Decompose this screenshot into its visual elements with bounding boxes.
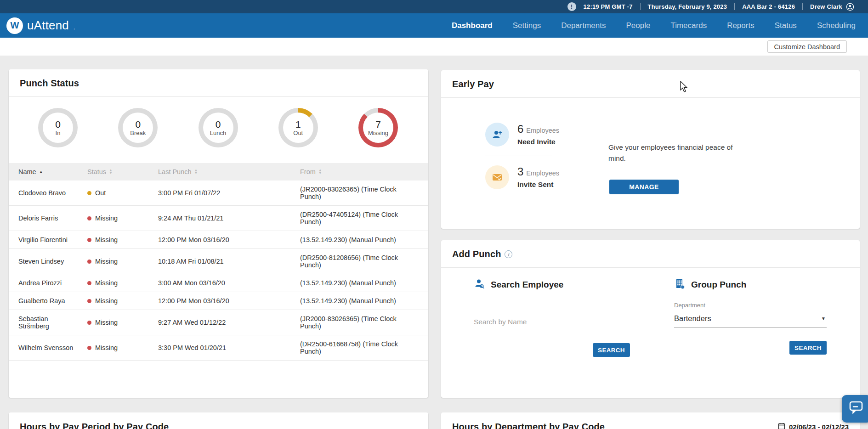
date-range-picker[interactable]: 02/06/23 - 02/12/23 [778,423,849,429]
department-select[interactable]: Bartenders ▼ [674,313,827,327]
early-pay-body: 6 Employees Need Invite [441,98,860,194]
cell-status: Out [87,184,158,202]
department-label: Department [674,302,860,309]
group-punch-search-button[interactable]: SEARCH [789,341,827,355]
column-header-last-punch[interactable]: Last Punch ▲▼ [158,163,300,181]
status-dot [87,299,91,303]
cell-from: (13.52.149.230) (Manual Punch) [300,292,428,310]
punch-status-title: Punch Status [20,78,79,89]
add-punch-header: Add Punch i [441,240,860,268]
search-employee-input[interactable] [474,316,630,330]
table-row[interactable]: Deloris Farris Missing 9:24 AM Thu 01/21… [9,206,428,231]
cell-name: Gualberto Raya [18,292,87,310]
cell-last-punch: 3:00 AM Mon 03/16/20 [158,274,300,292]
group-punch-title: Group Punch [691,280,746,290]
cell-last-punch: 9:24 AM Thu 01/21/21 [158,209,300,227]
search-employee-button[interactable]: SEARCH [593,343,630,357]
status-dot [87,281,91,285]
sort-icon: ▲▼ [194,169,198,175]
punch-donut: 7 Missing [358,108,398,147]
uattend-logo[interactable]: W uAttend . [6,17,75,34]
calendar-icon [778,423,785,429]
table-row[interactable]: Gualberto Raya Missing 12:00 PM Mon 03/1… [9,292,428,310]
cell-from: (DR2500-81208656) (Time Clock Punch) [300,249,428,274]
user-profile-icon [846,3,854,11]
sort-icon: ▲▼ [318,169,322,175]
date-range-text: 02/06/23 - 02/12/23 [789,423,849,429]
status-dot [87,191,91,195]
cell-status: Missing [87,292,158,310]
status-text: Missing [95,258,118,265]
column-header-from[interactable]: From ▲▼ [300,163,428,181]
invite-sent-count: 3 [517,165,523,178]
left-column: Punch Status 0 In 0 Break [9,69,428,429]
status-dot [87,260,91,264]
nav-item[interactable]: Reports [727,21,755,30]
nav-item[interactable]: Scheduling [817,21,856,30]
early-pay-promo: Give your employees financial peace of m… [608,123,760,194]
nav-item[interactable]: Departments [561,21,606,30]
donut-label: Out [293,130,303,136]
punch-status-header: Punch Status [9,69,428,97]
donut-label: Missing [368,130,388,136]
nav-item[interactable]: Dashboard [452,21,493,30]
punch-donut: 0 Lunch [199,108,238,147]
cell-last-punch: 9:27 AM Wed 01/12/22 [158,314,300,331]
cell-name: Clodoveo Bravo [18,184,87,202]
early-pay-title: Early Pay [452,79,494,90]
nav-item[interactable]: Status [775,21,797,30]
cell-last-punch: 3:00 PM Fri 01/07/22 [158,184,300,202]
invite-sent-unit: Employees [526,169,559,177]
manage-button[interactable]: MANAGE [609,180,679,194]
nav-item[interactable]: Timecards [670,21,707,30]
account-name[interactable]: AAA Bar 2 - 64126 [735,3,802,10]
table-row[interactable]: Andrea Pirozzi Missing 3:00 AM Mon 03/16… [9,274,428,292]
cell-status: Missing [87,253,158,270]
donut-value: 0 [135,119,141,130]
column-header-name[interactable]: Name ▲ [18,163,87,181]
nav-item[interactable]: People [626,21,650,30]
column-header-status[interactable]: Status ▲▼ [87,163,158,181]
hours-by-department-title: Hours by Department by Pay Code [452,422,605,429]
section-divider [649,274,649,370]
person-search-icon [474,278,485,291]
table-row[interactable]: Wilhelm Svensson Missing 3:30 PM Wed 01/… [9,335,428,361]
customize-dashboard-button[interactable]: Customize Dashboard [767,40,847,53]
chevron-down-icon: ▼ [821,316,826,321]
donut-label: In [56,130,61,136]
status-text: Missing [95,344,118,351]
donut-value: 0 [55,119,61,130]
need-invite-count: 6 [517,123,523,135]
status-text: Missing [95,236,118,243]
table-row[interactable]: Virgilio Fiorentini Missing 12:00 PM Mon… [9,231,428,249]
status-text: Missing [95,297,118,305]
group-punch-section: Group Punch Department Bartenders ▼ SEAR… [649,278,860,357]
donut-value: 1 [295,119,301,130]
cell-name: Virgilio Fiorentini [18,231,87,248]
info-icon[interactable]: i [505,250,512,258]
sort-icon: ▲▼ [109,169,113,175]
add-punch-card: Add Punch i Search Employee SEARCH [441,240,860,398]
cell-status: Missing [87,274,158,292]
department-value: Bartenders [674,314,711,323]
donut-value: 7 [375,119,381,130]
user-menu[interactable]: Drew Clark [803,3,862,11]
nav-item[interactable]: Settings [513,21,541,30]
table-row[interactable]: Steven Lindsey Missing 10:18 AM Fri 01/0… [9,249,428,274]
top-utility-bar: ! 12:19 PM GMT -7 Thursday, February 9, … [0,0,868,13]
cell-status: Missing [87,209,158,227]
cell-status: Missing [87,339,158,356]
punch-donut: 1 Out [278,108,318,147]
need-invite-label: Need Invite [517,138,559,146]
cell-from: (13.52.149.230) (Manual Punch) [300,274,428,292]
right-column: Early Pay 6 Employees Need Invite [441,70,860,429]
table-row[interactable]: Clodoveo Bravo Out 3:00 PM Fri 01/07/22 … [9,181,428,206]
chat-widget-button[interactable] [842,395,868,423]
table-body: Clodoveo Bravo Out 3:00 PM Fri 01/07/22 … [9,181,428,361]
status-dot [87,238,91,242]
table-row[interactable]: Sebastian Stršmberg Missing 9:27 AM Wed … [9,310,428,335]
sort-asc-icon: ▲ [39,169,43,174]
cell-name: Steven Lindsey [18,253,87,270]
early-pay-header: Early Pay [441,70,860,98]
alert-info-icon[interactable]: ! [567,2,576,11]
